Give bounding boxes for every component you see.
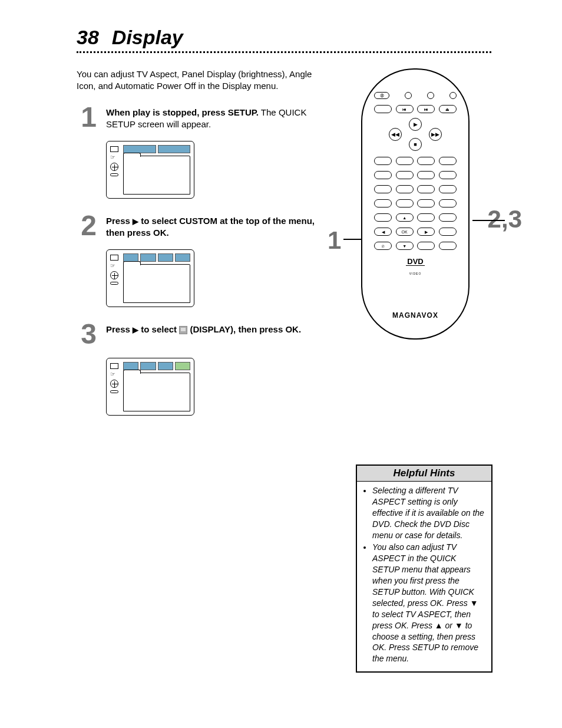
step-number: 2: [77, 212, 97, 240]
step-text: Press ▶ to select (DISPLAY), then press …: [106, 320, 301, 335]
left-column: You can adjust TV Aspect, Panel Display …: [77, 68, 324, 673]
screenshot-controls: ☞: [110, 363, 121, 393]
remote-row: [374, 185, 457, 193]
intro-text: You can adjust TV Aspect, Panel Display …: [77, 68, 324, 93]
remote-row: [374, 199, 457, 207]
step-number: 3: [77, 320, 97, 348]
right-arrow-icon: ▶: [133, 325, 138, 335]
remote-row: ⏮⏭⏏: [374, 105, 457, 113]
right-column: 1 2,3 ⦿ ⏮⏭⏏ ▶ ◀◀ ▶▶ ■: [345, 68, 492, 673]
step-3: 3 Press ▶ to select (DISPLAY), then pres…: [77, 320, 324, 348]
hints-body: Selecting a different TV ASPECT setting …: [357, 482, 491, 671]
remote-row: [374, 171, 457, 179]
remote-row: ⎚▼: [374, 242, 457, 250]
remote-row: [374, 157, 457, 165]
step3-pre: Press: [106, 324, 133, 334]
hints-title: Helpful Hints: [357, 466, 491, 482]
step3-post: (DISPLAY), then press OK.: [190, 324, 301, 334]
hint-item: Selecting a different TV ASPECT setting …: [372, 485, 485, 541]
page-header: 38 Display: [77, 26, 491, 49]
step-1: 1 When play is stopped, press SETUP. The…: [77, 103, 324, 131]
display-icon: [179, 326, 187, 334]
step2-pre: Press: [106, 216, 133, 226]
page-number: 38: [77, 26, 99, 49]
screenshot-1: ☞: [106, 141, 194, 199]
step-text: Press ▶ to select CUSTOM at the top of t…: [106, 212, 324, 239]
callout-1: 1: [328, 226, 341, 255]
screenshot-tabs: [123, 253, 190, 262]
callout-line: [472, 220, 505, 221]
screenshot-2: ☞: [106, 249, 194, 307]
page-title: Display: [112, 26, 183, 49]
screenshot-3: ☞: [106, 358, 194, 416]
dvd-sub: VIDEO: [409, 272, 422, 275]
remote-diagram: 1 2,3 ⦿ ⏮⏭⏏ ▶ ◀◀ ▶▶ ■: [342, 68, 489, 340]
screenshot-controls: ☞: [110, 255, 121, 285]
remote-row: ◀OK▶: [374, 228, 457, 236]
step3-mid: to select: [138, 324, 179, 334]
screenshot-controls: ☞: [110, 146, 121, 176]
callout-23: 2,3: [488, 205, 522, 233]
step-2: 2 Press ▶ to select CUSTOM at the top of…: [77, 212, 324, 240]
remote-row: ▲: [374, 213, 457, 222]
content-columns: You can adjust TV Aspect, Panel Display …: [77, 68, 491, 673]
step-text: When play is stopped, press SETUP. The Q…: [106, 103, 324, 131]
hint-item: You also can adjust TV ASPECT in the QUI…: [372, 542, 485, 664]
helpful-hints-box: Helpful Hints Selecting a different TV A…: [356, 465, 492, 673]
dvd-text: DVD: [406, 258, 424, 266]
remote-row: ⦿: [374, 92, 457, 99]
remote-body: ⦿ ⏮⏭⏏ ▶ ◀◀ ▶▶ ■ ▲ ◀O: [361, 68, 470, 340]
step-number: 1: [77, 103, 97, 131]
screenshot-tabs: [123, 145, 190, 153]
screenshot-panel: [123, 156, 190, 195]
step1-bold: When play is stopped, press SETUP.: [106, 107, 259, 117]
screenshot-tabs: [123, 362, 190, 370]
dvd-logo: DVD VIDEO: [374, 256, 457, 277]
screenshot-panel: [123, 373, 190, 411]
right-arrow-icon: ▶: [133, 216, 138, 227]
remote-nav: ▶ ◀◀ ▶▶ ■: [391, 119, 439, 150]
header-rule: [77, 51, 491, 53]
remote-brand: MAGNAVOX: [374, 311, 457, 319]
screenshot-panel: [123, 264, 190, 303]
